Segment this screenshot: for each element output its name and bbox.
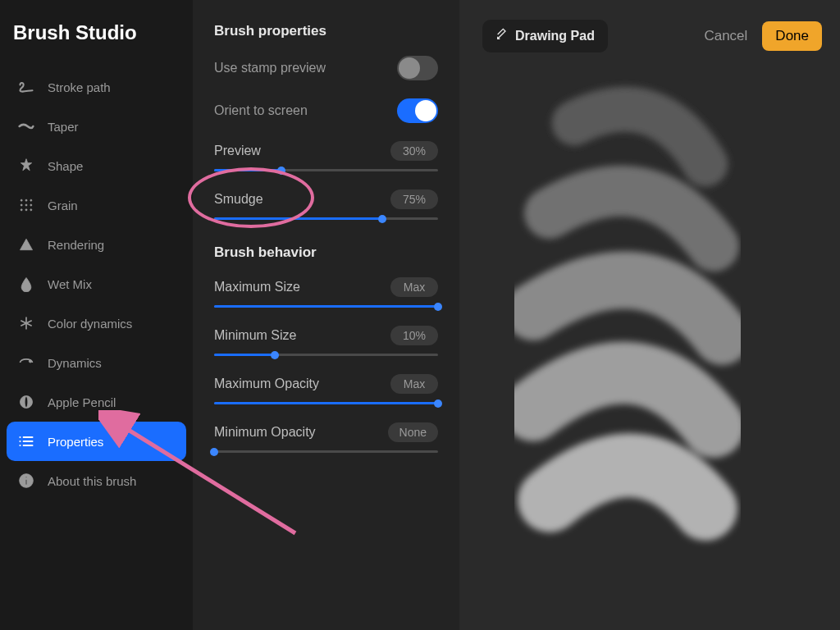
sidebar-item-label: Wet Mix: [48, 277, 92, 291]
slider-min-size: Minimum Size 10%: [214, 326, 438, 356]
slider-value: Max: [390, 374, 438, 394]
svg-point-2: [30, 199, 32, 201]
slider-label: Minimum Opacity: [214, 425, 316, 440]
grain-icon: [18, 197, 34, 213]
preview-toolbar: Drawing Pad Cancel Done: [459, 0, 840, 52]
toggle-row-orient-screen: Orient to screen: [214, 98, 438, 123]
taper-icon: [18, 118, 34, 135]
sidebar-item-label: Shape: [48, 159, 83, 173]
slider-label: Preview: [214, 144, 261, 158]
toggle-stamp-preview[interactable]: [397, 56, 438, 80]
toggle-label: Use stamp preview: [214, 61, 326, 75]
sidebar-item-color-dynamics[interactable]: Color dynamics: [7, 304, 186, 343]
toggle-label: Orient to screen: [214, 103, 308, 118]
toggle-knob: [399, 57, 420, 79]
sidebar-item-label: Apple Pencil: [48, 395, 116, 409]
slider-max-size: Maximum Size Max: [214, 277, 438, 308]
sidebar-item-dynamics[interactable]: Dynamics: [7, 343, 186, 382]
slider-value: 75%: [390, 189, 438, 209]
settings-panel: Brush properties Use stamp preview Orien…: [193, 0, 459, 630]
shape-icon: [18, 158, 34, 174]
sidebar-item-grain[interactable]: Grain: [7, 185, 186, 225]
about-icon: [18, 472, 34, 489]
sidebar-item-label: Dynamics: [48, 356, 102, 370]
properties-icon: [18, 433, 34, 450]
drawing-pad-label: Drawing Pad: [515, 29, 595, 43]
svg-rect-19: [25, 477, 27, 478]
sidebar-item-label: Stroke path: [48, 80, 111, 94]
drawing-pad-button[interactable]: Drawing Pad: [482, 20, 608, 52]
slider-smudge: Smudge 75%: [214, 189, 438, 220]
sidebar-item-stroke-path[interactable]: Stroke path: [7, 67, 186, 107]
sidebar-item-label: Grain: [48, 199, 78, 212]
slider-track-preview[interactable]: [214, 169, 438, 171]
slider-value: None: [388, 422, 438, 442]
svg-point-5: [30, 204, 32, 206]
sidebar-item-label: Color dynamics: [48, 317, 132, 331]
sidebar-item-about[interactable]: About this brush: [7, 461, 186, 500]
svg-point-3: [21, 204, 22, 206]
color-dynamics-icon: [18, 315, 34, 331]
slider-min-opacity: Minimum Opacity None: [214, 422, 438, 453]
dynamics-icon: [18, 354, 34, 371]
slider-track-max-size[interactable]: [214, 305, 438, 308]
svg-point-7: [25, 209, 27, 211]
sidebar-item-wet-mix[interactable]: Wet Mix: [7, 264, 186, 304]
sidebar-item-apple-pencil[interactable]: Apple Pencil: [7, 382, 186, 422]
slider-value: 10%: [390, 326, 438, 345]
rendering-icon: [18, 236, 34, 253]
toggle-row-stamp-preview: Use stamp preview: [214, 56, 438, 80]
toggle-knob: [415, 100, 436, 121]
brush-preview-canvas: [459, 0, 840, 630]
svg-point-8: [30, 209, 32, 211]
sidebar-item-properties[interactable]: Properties: [7, 422, 186, 461]
app-root: Brush Studio Stroke path Taper Shape Gra…: [0, 0, 840, 630]
slider-label: Minimum Size: [214, 328, 296, 343]
sidebar-item-label: Taper: [48, 120, 79, 134]
done-button[interactable]: Done: [762, 21, 822, 51]
apple-pencil-icon: [18, 394, 34, 410]
sidebar-item-taper[interactable]: Taper: [7, 107, 186, 146]
slider-label: Maximum Size: [214, 280, 300, 294]
svg-point-6: [21, 209, 22, 211]
section-title-brush-behavior: Brush behavior: [214, 244, 438, 261]
stroke-path-icon: [18, 79, 34, 95]
svg-point-0: [21, 199, 22, 201]
preview-pane: Drawing Pad Cancel Done: [459, 0, 840, 630]
wet-mix-icon: [18, 276, 34, 292]
slider-track-min-opacity[interactable]: [214, 450, 438, 453]
svg-point-1: [25, 199, 27, 201]
slider-max-opacity: Maximum Opacity Max: [214, 374, 438, 404]
app-title: Brush Studio: [7, 16, 186, 67]
slider-value: Max: [390, 277, 438, 297]
cancel-button[interactable]: Cancel: [704, 28, 747, 44]
sidebar-item-shape[interactable]: Shape: [7, 146, 186, 185]
sidebar: Brush Studio Stroke path Taper Shape Gra…: [0, 0, 193, 630]
slider-track-min-size[interactable]: [214, 354, 438, 356]
slider-label: Smudge: [214, 192, 263, 207]
toggle-orient-screen[interactable]: [397, 98, 438, 123]
sidebar-item-rendering[interactable]: Rendering: [7, 225, 186, 264]
section-title-brush-properties: Brush properties: [214, 23, 438, 39]
sidebar-item-label: Properties: [48, 435, 103, 449]
svg-point-4: [25, 204, 27, 206]
edit-icon: [495, 28, 509, 44]
slider-track-max-opacity[interactable]: [214, 402, 438, 404]
slider-preview: Preview 30%: [214, 141, 438, 171]
slider-value: 30%: [390, 141, 438, 161]
sidebar-item-label: About this brush: [48, 474, 136, 488]
slider-label: Maximum Opacity: [214, 377, 319, 391]
sidebar-item-label: Rendering: [48, 238, 104, 252]
svg-rect-18: [25, 479, 27, 485]
svg-point-9: [29, 360, 31, 363]
slider-track-smudge[interactable]: [214, 217, 438, 220]
